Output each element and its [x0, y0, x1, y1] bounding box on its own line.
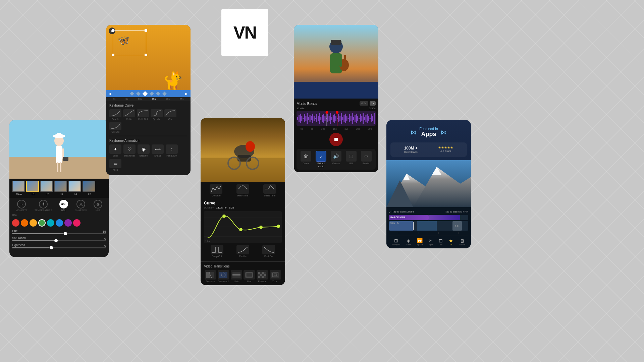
record-button[interactable] [329, 133, 343, 146]
tool-hsl[interactable]: HSL HSL [59, 200, 68, 212]
speed-1x[interactable]: 1x [370, 101, 376, 106]
diamond-3[interactable] [150, 92, 154, 96]
swatch-red[interactable] [12, 219, 19, 227]
footer-template[interactable]: ⊞ Template [392, 238, 400, 246]
curve-fastin[interactable]: Fast In [236, 245, 249, 257]
diamond-5[interactable] [162, 92, 167, 96]
footer-delete[interactable]: 🗑 Delete [460, 238, 465, 246]
swatch-orange[interactable] [21, 219, 28, 227]
lightness-slider-row: Lightness 0 [12, 243, 106, 248]
curve-circout[interactable]: CircOut [109, 122, 121, 133]
keyframe-timeline: ◀ ▶ [106, 90, 191, 97]
herotime-label: Hero Time [237, 194, 248, 197]
tool-hue[interactable]: ◎ HUE [94, 200, 102, 212]
curve-fastout[interactable]: Fast Out [262, 245, 275, 257]
record-btn-area [297, 133, 376, 146]
curve-easein[interactable]: EaseIn [109, 109, 121, 120]
anim-blink[interactable]: ✦ Blink [109, 144, 121, 157]
lightness-slider-track[interactable]: 0 [12, 247, 106, 248]
curve-circ[interactable]: Circ [164, 109, 176, 120]
trans-blink[interactable]: blink [231, 270, 242, 283]
swatch-purple[interactable] [64, 219, 72, 227]
saturation-slider-thumb[interactable] [54, 239, 58, 242]
thumb-l3[interactable] [54, 181, 67, 192]
tool-temperature[interactable]: ☀ TEMPERATURE [35, 200, 52, 212]
timeline-bottom-marks: | | | | [389, 232, 468, 234]
footer-fx[interactable]: ★ FX [449, 238, 453, 246]
curve-bullettime[interactable]: Bullet Time [263, 184, 276, 197]
tab-l1[interactable]: L1 [26, 193, 40, 196]
tab-l4[interactable]: L4 [68, 193, 83, 196]
curve-quartic[interactable]: Quartic [151, 109, 163, 120]
svg-point-22 [277, 225, 280, 228]
svg-rect-73 [319, 113, 320, 124]
curve-cubicout[interactable]: CubicOut [137, 109, 149, 120]
speed-0.5x[interactable]: 0.5x [360, 101, 368, 106]
panel-curve-transitions: Montage Hero Time Bullet Time Curve Dura… [201, 118, 285, 285]
timeline-left-arrow[interactable]: ◀ [109, 92, 111, 96]
fastin-icon [236, 245, 249, 254]
svg-rect-60 [301, 116, 302, 121]
anim-breathe[interactable]: ◉ Breathe [138, 144, 150, 157]
anim-shake[interactable]: ⟺ Shake [152, 144, 164, 157]
ctrl-bg[interactable]: ⬚ BG [346, 151, 357, 168]
trans-blur[interactable]: Blur [244, 270, 255, 283]
swatch-blue[interactable] [56, 219, 63, 227]
swatch-yellow[interactable] [30, 219, 37, 227]
thumb-l5[interactable] [83, 181, 95, 192]
tool-vignette[interactable]: ○ VIGNETTE [16, 200, 28, 212]
thumb-l4[interactable] [68, 181, 81, 192]
ctrl-delete[interactable]: 🗑 Delete [301, 151, 311, 168]
footer-tile[interactable]: ⊟ Tile [439, 238, 443, 246]
anim-pendulum[interactable]: ↕ Pendulum [166, 144, 178, 157]
border-icon: ▭ [361, 151, 372, 162]
lightness-slider-thumb[interactable] [50, 246, 53, 249]
timeline-right-arrow[interactable]: ▶ [185, 92, 188, 96]
tab-l2[interactable]: L2 [40, 193, 54, 196]
svg-rect-79 [327, 114, 328, 122]
tool-sharpen[interactable]: △ SHARPEN [75, 200, 87, 212]
footer-speed[interactable]: ⏩ Speed [417, 238, 423, 246]
hue-slider-thumb[interactable] [64, 232, 67, 235]
downloads-value: 100M + [404, 146, 418, 150]
diamond-1[interactable] [130, 92, 134, 96]
curve-cubic[interactable]: Cubic [123, 109, 135, 120]
color-swatches [9, 218, 109, 228]
footer-delete-icon: 🗑 [460, 238, 465, 243]
circ-label: Circ [168, 118, 172, 120]
hue-slider-track[interactable]: 15 [12, 233, 106, 234]
ctrl-volume[interactable]: 🔊 Volume [331, 151, 341, 168]
curve-herotime[interactable]: Hero Time [236, 184, 249, 197]
mark-20: 20s [344, 128, 348, 130]
anim-float[interactable]: ▭ Float [109, 159, 121, 171]
anim-heartbeat[interactable]: ♡ Heartbeat [123, 144, 136, 157]
tab-l5[interactable]: L5 [83, 193, 97, 196]
thumb-raw[interactable] [12, 181, 25, 192]
tab-l3[interactable]: L3 [54, 193, 68, 196]
diamond-4[interactable] [156, 92, 160, 96]
swatch-green[interactable] [38, 219, 46, 227]
fastin-label: Fast In [239, 255, 246, 257]
swatch-pink[interactable] [73, 219, 80, 227]
ctrl-extract-audio[interactable]: ♪ Extract Audio [316, 151, 326, 168]
curve-jumpcut[interactable]: Jump Cut [211, 245, 223, 257]
trans-dissolve[interactable]: Dissolve [205, 270, 216, 283]
montage-label: Montage [211, 194, 220, 197]
svg-rect-104 [361, 116, 362, 121]
footer-split[interactable]: ✂ Split [429, 238, 433, 246]
tab-raw[interactable]: RAW [12, 193, 26, 196]
trans-dissolve2[interactable]: Dissolve 2 [218, 270, 229, 283]
svg-rect-105 [363, 113, 364, 124]
mark-30: 30s [368, 128, 372, 130]
footer-filter[interactable]: ◈ Filter [406, 238, 411, 246]
diamond-2[interactable] [136, 92, 141, 96]
thumb-l2[interactable] [40, 181, 53, 192]
ctrl-border[interactable]: ▭ Border [361, 151, 372, 168]
trans-pixelate[interactable]: Pixelate [257, 270, 268, 283]
thumb-l1[interactable] [26, 181, 39, 192]
curve-montage[interactable]: Montage [210, 184, 222, 197]
diamond-active[interactable] [143, 91, 148, 97]
trans-zoom[interactable]: Zoom [270, 270, 281, 283]
swatch-cyan[interactable] [47, 219, 54, 227]
saturation-slider-track[interactable]: 0 [12, 240, 106, 241]
